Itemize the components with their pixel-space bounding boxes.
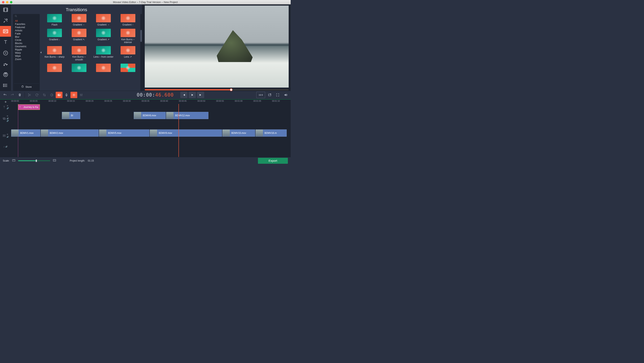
prev-frame-button[interactable] <box>180 92 188 98</box>
fullscreen-button[interactable] <box>274 92 281 98</box>
transition-item[interactable] <box>44 64 65 73</box>
rotate-button[interactable] <box>34 92 40 98</box>
video-clip[interactable]: BDMV1.mov <box>11 129 40 137</box>
overlay-clip[interactable]: BDMV6.mov <box>134 112 166 119</box>
scale-slider[interactable] <box>18 160 50 161</box>
scrubber-handle[interactable] <box>230 88 232 91</box>
play-button[interactable] <box>189 92 196 98</box>
transitions-tab[interactable] <box>0 26 11 37</box>
transition-item[interactable]: Ken Burns – smooth <box>69 46 90 61</box>
transition-thumbnail <box>96 64 111 72</box>
transition-item[interactable] <box>93 64 114 73</box>
overlay-clip[interactable]: BI <box>62 112 80 119</box>
visibility-icon[interactable]: 👁 <box>6 105 9 107</box>
category-item[interactable]: Wipe <box>15 54 38 58</box>
transitions-scrollbar[interactable] <box>140 14 142 91</box>
category-item[interactable]: Featured <box>15 26 38 29</box>
video-clip[interactable]: BDMV2.mov <box>41 129 98 137</box>
export-button[interactable]: Export <box>258 158 288 164</box>
transition-item[interactable] <box>118 64 138 73</box>
category-item[interactable]: Geometric <box>15 45 38 48</box>
titles-tab[interactable] <box>0 37 11 47</box>
transition-thumbnail <box>120 29 135 37</box>
transition-item[interactable]: Gradient ← <box>69 14 90 26</box>
color-button[interactable] <box>48 92 55 98</box>
transition-item[interactable]: Gradient ↖ <box>69 29 90 44</box>
detach-preview-button[interactable] <box>266 92 273 98</box>
scale-slider-handle[interactable] <box>36 160 37 162</box>
audio-track-head[interactable]: ♪🔊 <box>0 145 11 149</box>
preview-video[interactable] <box>145 5 289 87</box>
category-item[interactable]: All <box>15 19 38 22</box>
preview-scrubber[interactable] <box>145 89 289 90</box>
mute-icon[interactable]: 🔊 <box>6 117 9 119</box>
transition-item[interactable]: Ken Burns – intense <box>118 29 138 44</box>
undo-button[interactable] <box>2 92 8 98</box>
visibility-icon[interactable]: 👁 <box>6 115 9 117</box>
link-icon[interactable]: 🔗 <box>6 120 9 122</box>
delete-button[interactable] <box>16 92 23 98</box>
transition-item[interactable]: Lens – from center <box>93 46 114 61</box>
video-clip[interactable]: BDMV16.m <box>256 129 287 137</box>
category-item[interactable]: Favorites <box>15 22 38 26</box>
next-frame-button[interactable] <box>197 92 204 98</box>
category-item[interactable]: Fade <box>15 32 38 35</box>
filters-tab[interactable] <box>0 15 11 26</box>
callouts-tab[interactable] <box>0 58 11 69</box>
video-clip[interactable]: BDMV15.mov <box>222 129 255 137</box>
maximize-window-button[interactable] <box>10 1 12 3</box>
close-window-button[interactable] <box>2 1 4 3</box>
volume-button[interactable] <box>282 92 289 98</box>
record-audio-button[interactable] <box>63 92 70 98</box>
split-button[interactable] <box>26 92 33 98</box>
category-item[interactable]: Ripple <box>15 48 38 51</box>
clip-thumbnail <box>222 130 230 136</box>
redo-button[interactable] <box>9 92 16 98</box>
store-button[interactable]: Store <box>14 83 39 90</box>
transition-thumbnail <box>72 64 86 72</box>
transition-item[interactable] <box>69 64 90 73</box>
category-item[interactable]: Blur <box>15 35 38 38</box>
mute-icon[interactable]: 🔊 <box>6 136 9 138</box>
title-track-head[interactable]: 👁🔗 <box>0 104 11 110</box>
transition-item[interactable]: Gradient ↗ <box>93 29 114 44</box>
stickers-tab[interactable] <box>0 48 11 58</box>
category-item[interactable]: Artistic <box>15 29 38 32</box>
transition-item[interactable]: Gradient → <box>93 14 114 26</box>
category-item[interactable]: Circle <box>15 38 38 42</box>
category-item[interactable]: Blocks <box>15 42 38 45</box>
visibility-icon[interactable]: 👁 <box>6 133 9 135</box>
category-item[interactable]: Warp <box>15 51 38 54</box>
link-icon[interactable]: 🔗 <box>6 107 9 109</box>
overlay-clip[interactable]: BDMV12.mov <box>166 112 208 119</box>
timecode-display: 00:00:46.600 <box>137 92 174 98</box>
transition-item[interactable]: Flash <box>44 14 65 26</box>
video-clip[interactable]: BDMV9.mov <box>150 129 222 137</box>
aspect-ratio-button[interactable]: 16:9 <box>256 92 265 98</box>
timeline-ruler[interactable]: 00:00:0000:00:0500:00:1000:00:1500:00:20… <box>11 99 291 104</box>
mute-icon[interactable]: 🔊 <box>6 146 8 148</box>
media-tab[interactable] <box>0 4 11 15</box>
transition-item[interactable]: Lens ↗ <box>118 46 138 61</box>
video-clip[interactable]: BDMV5.mov <box>99 129 149 137</box>
equalizer-button[interactable] <box>78 92 85 98</box>
zoom-in-icon[interactable] <box>53 159 56 162</box>
transition-wizard-button[interactable] <box>56 92 62 98</box>
minimize-window-button[interactable] <box>6 1 8 3</box>
transition-item[interactable]: Gradient ↓ <box>44 29 65 44</box>
add-track-button[interactable]: ＋ <box>4 99 8 104</box>
clip-properties-button[interactable] <box>70 92 77 98</box>
video-track-head[interactable]: 👁🔊 <box>0 127 11 145</box>
zoom-out-icon[interactable] <box>12 159 15 162</box>
crop-button[interactable] <box>41 92 48 98</box>
category-item[interactable]: Zoom <box>15 58 38 61</box>
overlay-track-head[interactable]: 👁🔊🔗 <box>0 110 11 127</box>
title-clip[interactable]: Journey to Ka <box>18 104 40 110</box>
collapse-panel-button[interactable] <box>40 14 42 91</box>
clip-label: Journey to Ka <box>22 106 40 108</box>
capture-tab[interactable] <box>0 69 11 80</box>
transition-item[interactable]: Gradient ↑ <box>118 14 138 26</box>
transition-item[interactable]: Ken Burns – sharp <box>44 46 65 61</box>
playhead[interactable] <box>178 104 179 157</box>
more-tab[interactable] <box>0 80 11 91</box>
